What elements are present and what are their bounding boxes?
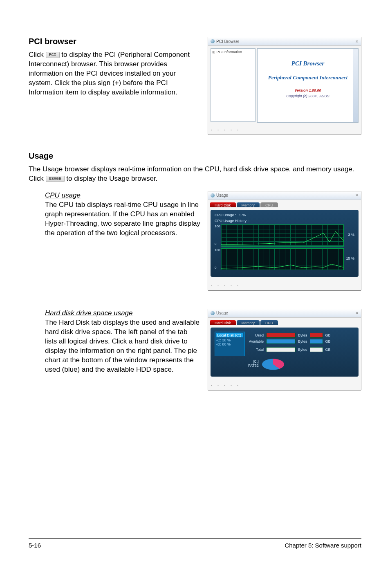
pci-version: Version 1.00.00	[258, 88, 358, 92]
total-gb-unit: GB	[325, 348, 331, 352]
y-100: 100	[215, 224, 220, 228]
chapter-label: Chapter 5: Software support	[285, 542, 361, 549]
usage-para-after: to display the Usage browser.	[66, 175, 157, 182]
page-footer: 5-16 Chapter 5: Software support	[29, 538, 361, 549]
tab-harddisk[interactable]: Hard Disk	[210, 202, 236, 207]
y-0-2: 0	[215, 266, 220, 269]
cpu-tabs: Hard Disk Memory CPU	[208, 200, 361, 207]
total-unit: Bytes	[298, 348, 307, 352]
used-gb-unit: GB	[325, 333, 331, 337]
pie-chart	[262, 359, 284, 370]
avail-bar	[266, 339, 296, 344]
pci-window: PCI Browser ✕ ⊞ PCI Information PCI Brow…	[208, 37, 361, 135]
cpu-window-title: Usage	[216, 193, 228, 197]
pci-copyright: Copyright (c) 2004 , ASUS	[258, 94, 358, 98]
cpu-heading: CPU usage	[45, 191, 81, 199]
hdd-titlebar: Usage ✕	[208, 309, 361, 318]
y-0: 0	[215, 242, 220, 246]
resize-grip[interactable]: · · · · ·	[208, 381, 361, 390]
pci-button-icon: PCI	[46, 52, 60, 58]
drive-label[interactable]: Local Disk (C:)	[216, 333, 243, 337]
pci-subtitle: Peripheral Component Interconnect	[258, 74, 358, 81]
tab-harddisk[interactable]: Hard Disk	[210, 320, 236, 325]
pci-window-title: PCI Browser	[216, 39, 239, 44]
cpu-graph2-percent: 15 %	[346, 256, 354, 260]
cpu-panel: CPU Usage : 5 % CPU Usage History : 100 …	[211, 210, 359, 277]
pci-content: PCI Browser Peripheral Component Interco…	[257, 48, 359, 123]
hdd-heading: Hard disk drive space usage	[45, 309, 133, 317]
pci-main-title: PCI Browser	[258, 60, 358, 67]
total-label: Total	[248, 348, 264, 352]
hdd-window: Usage ✕ Hard Disk Memory CPU Local Disk …	[208, 309, 361, 391]
avail-label: Available	[248, 339, 264, 343]
page-number: 5-16	[29, 542, 41, 549]
avail-unit: Bytes	[298, 339, 307, 343]
pci-tree[interactable]: ⊞ PCI Information	[211, 48, 256, 122]
pie-fs: FAT32	[248, 364, 259, 368]
used-gb-bar	[310, 333, 323, 338]
used-unit: Bytes	[298, 333, 307, 337]
scrollbar[interactable]	[353, 49, 358, 122]
resize-grip[interactable]: · · · · ·	[208, 125, 361, 135]
close-icon[interactable]: ✕	[355, 39, 359, 44]
usage-section: Usage The Usage browser displays real-ti…	[29, 151, 361, 184]
cpu-graph-1	[221, 224, 344, 247]
drive-c[interactable]: -C: 38 %	[216, 338, 243, 342]
tab-cpu[interactable]: CPU	[260, 320, 278, 325]
cpu-history-label: CPU Usage History :	[215, 219, 249, 223]
tab-memory[interactable]: Memory	[237, 202, 260, 207]
total-bar	[266, 347, 296, 352]
pie-drive: [C:]	[248, 359, 259, 364]
avail-gb-unit: GB	[325, 339, 331, 343]
hdd-window-title: Usage	[216, 311, 228, 315]
tab-cpu[interactable]: CPU	[260, 202, 278, 207]
hdd-subsection: Hard disk drive space usage The Hard Dis…	[29, 309, 361, 391]
cpu-paragraph: The CPU tab displays real-time CPU usage…	[45, 200, 200, 238]
drive-d[interactable]: -D: 80 %	[216, 342, 243, 346]
close-icon[interactable]: ✕	[355, 311, 359, 315]
hdd-panel: Local Disk (C:) -C: 38 % -D: 80 % Used B…	[211, 328, 359, 377]
cpu-usage-label: CPU Usage :	[215, 213, 236, 217]
cpu-subsection: CPU usage The CPU tab displays real-time…	[29, 191, 361, 291]
drive-list[interactable]: Local Disk (C:) -C: 38 % -D: 80 %	[215, 332, 245, 356]
cpu-usage-value: 5 %	[240, 213, 246, 217]
pci-heading: PCI browser	[29, 37, 200, 46]
pci-para-before: Click	[29, 51, 46, 58]
cpu-graph1-percent: 3 %	[348, 233, 354, 237]
cpu-window: Usage ✕ Hard Disk Memory CPU CPU Usage :…	[208, 191, 361, 291]
globe-icon	[211, 311, 215, 315]
pci-titlebar: PCI Browser ✕	[208, 37, 361, 46]
pci-section: PCI browser Click PCI to display the PCI…	[29, 37, 361, 135]
globe-icon	[211, 193, 215, 197]
pci-paragraph: Click PCI to display the PCI (Peripheral…	[29, 50, 200, 97]
globe-icon	[211, 39, 215, 43]
hdd-paragraph: The Hard Disk tab displays the used and …	[45, 318, 200, 375]
usage-button-icon: USAGE	[46, 176, 65, 182]
cpu-graph-2	[221, 248, 344, 270]
hdd-details: Used Bytes GB Available Bytes	[248, 332, 354, 373]
total-gb-bar	[310, 347, 323, 352]
tab-memory[interactable]: Memory	[237, 320, 260, 325]
pci-tree-root[interactable]: PCI Information	[217, 50, 242, 54]
hdd-tabs: Hard Disk Memory CPU	[208, 318, 361, 325]
usage-paragraph: The Usage browser displays real-time inf…	[29, 165, 361, 184]
close-icon[interactable]: ✕	[355, 193, 359, 197]
usage-heading: Usage	[29, 151, 361, 161]
used-bar	[266, 333, 296, 338]
y-100-2: 100	[215, 248, 220, 252]
used-label: Used	[248, 333, 264, 337]
avail-gb-bar	[310, 339, 323, 344]
resize-grip[interactable]: · · · · ·	[208, 281, 361, 290]
cpu-titlebar: Usage ✕	[208, 191, 361, 200]
